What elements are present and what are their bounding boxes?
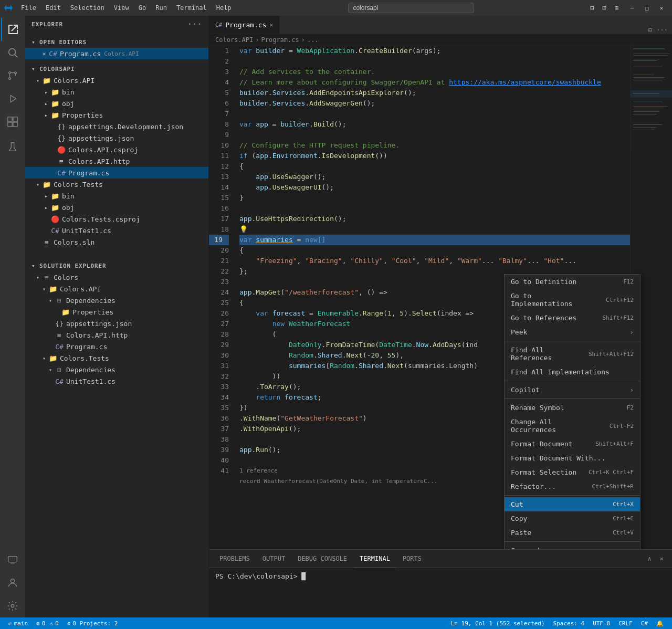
status-eol[interactable]: CRLF [614, 620, 637, 627]
sol-colors-tests[interactable]: ▾ 📁 Colors.Tests [25, 352, 208, 364]
close-icon[interactable]: ✕ [40, 50, 48, 57]
status-projects[interactable]: ⚙ 0 Projects: 2 [63, 617, 122, 629]
menu-file[interactable]: File [17, 3, 40, 13]
remote-activity-icon[interactable] [1, 548, 24, 571]
colors-tests-csproj[interactable]: 🔴 Colors.Tests.csproj [25, 213, 208, 225]
tab-terminal[interactable]: TERMINAL [353, 550, 396, 568]
code-line-2 [239, 56, 630, 67]
colors-sln[interactable]: ≡ Colors.sln [25, 236, 208, 248]
tab-output[interactable]: OUTPUT [256, 550, 291, 568]
ctx-command-palette[interactable]: Command Palette... Ctrl+Shift+P [505, 543, 640, 549]
ctx-goto-definition[interactable]: Go to Definition F12 [505, 275, 640, 289]
properties-folder[interactable]: ▸ 📁 Properties [25, 109, 208, 121]
colors-tests-folder[interactable]: ▾ 📁 Colors.Tests [25, 179, 208, 190]
menu-run[interactable]: Run [151, 3, 171, 13]
more-actions-icon[interactable]: ··· [656, 26, 668, 34]
ctx-find-all-refs[interactable]: Find All References Shift+Alt+F12 [505, 343, 640, 365]
sol-colors-api-http[interactable]: ≡ Colors.API.http [25, 329, 208, 341]
status-encoding[interactable]: UTF-8 [589, 620, 614, 627]
search-input[interactable] [348, 3, 474, 13]
status-spaces[interactable]: Spaces: 4 [549, 620, 589, 627]
breadcrumb-colors-api[interactable]: Colors.API [215, 36, 253, 44]
ctx-rename-symbol[interactable]: Rename Symbol F2 [505, 401, 640, 415]
tab-problems[interactable]: PROBLEMS [213, 550, 256, 568]
menu-edit[interactable]: Edit [41, 3, 65, 13]
tab-debug-console[interactable]: DEBUG CONSOLE [291, 550, 353, 568]
ctx-find-all-impl[interactable]: Find All Implementations [505, 365, 640, 379]
colors-api-csproj[interactable]: 🔴 Colors.API.csproj [25, 144, 208, 155]
colors-api-http[interactable]: ≡ Colors.API.http [25, 155, 208, 167]
settings-activity-icon[interactable] [1, 594, 24, 617]
open-editor-programcs[interactable]: ✕ C# Program.cs Colors.API [25, 48, 208, 59]
split-editor-icon[interactable]: ⊟ [648, 26, 652, 34]
layout-btn2[interactable]: ⊡ [600, 3, 610, 13]
status-position[interactable]: Ln 19, Col 1 (552 selected) [447, 620, 549, 627]
program-cs-file[interactable]: C# Program.cs [25, 167, 208, 179]
open-editors-header[interactable]: ▾ OPEN EDITORS [25, 33, 208, 48]
sol-colors-api[interactable]: ▾ 📁 Colors.API [25, 283, 208, 295]
ctx-format-selection[interactable]: Format Selection Ctrl+K Ctrl+F [505, 465, 640, 479]
terminal-content[interactable]: PS C:\dev\colorsapi> █ [209, 568, 672, 617]
layout-btn1[interactable]: ⊟ [587, 3, 597, 13]
sol-appsettings[interactable]: {} appsettings.json [25, 318, 208, 329]
menu-view[interactable]: View [110, 3, 133, 13]
breadcrumb-program-cs[interactable]: Program.cs [261, 36, 299, 44]
status-remote[interactable]: ⇌ main [4, 617, 32, 629]
colors-api-folder[interactable]: ▾ 📁 Colors.API [25, 75, 208, 86]
status-errors[interactable]: ⊗ 0 ⚠ 0 [32, 617, 63, 629]
appsettings-file[interactable]: {} appsettings.json [25, 132, 208, 144]
ctx-format-document[interactable]: Format Document Shift+Alt+F [505, 437, 640, 451]
code-line-4: // Learn more about configuring Swagger/… [239, 77, 630, 88]
sol-unittest1[interactable]: C# UnitTest1.cs [25, 375, 208, 387]
ctx-copy[interactable]: Copy Ctrl+C [505, 511, 640, 526]
menu-help[interactable]: Help [212, 3, 236, 13]
extensions-activity-icon[interactable] [1, 110, 24, 133]
tab-ports[interactable]: PORTS [396, 550, 428, 568]
tab-program-cs[interactable]: C# Program.cs ✕ [209, 16, 280, 34]
svg-rect-8 [8, 122, 12, 127]
tab-close-button[interactable]: ✕ [270, 22, 274, 28]
close-button[interactable]: ✕ [655, 2, 668, 14]
terminal-maximize-button[interactable]: ✕ [656, 555, 668, 562]
breadcrumb-ellipsis[interactable]: ... [307, 36, 319, 44]
ctx-cut[interactable]: Cut Ctrl+X [505, 497, 640, 511]
ctx-paste[interactable]: Paste Ctrl+V [505, 526, 640, 540]
terminal-close-button[interactable]: ∧ [644, 555, 656, 562]
status-notifications[interactable]: 🔔 [652, 620, 668, 627]
tests-obj-folder[interactable]: ▸ 📁 obj [25, 202, 208, 213]
test-activity-icon[interactable] [1, 135, 24, 159]
sidebar-content: ▾ OPEN EDITORS ✕ C# Program.cs Colors.AP… [25, 33, 208, 617]
sol-dependencies[interactable]: ▾ ⊞ Dependencies [25, 295, 208, 306]
sol-colors[interactable]: ▾ ≡ Colors [25, 271, 208, 283]
search-activity-icon[interactable] [1, 41, 24, 64]
unittest1-file[interactable]: C# UnitTest1.cs [25, 225, 208, 236]
sol-tests-dependencies[interactable]: ▾ ⊞ Dependencies [25, 364, 208, 375]
obj-folder[interactable]: ▸ 📁 obj [25, 98, 208, 109]
layout-btn3[interactable]: ⊞ [612, 3, 622, 13]
sol-program-cs[interactable]: C# Program.cs [25, 341, 208, 352]
menu-go[interactable]: Go [134, 3, 150, 13]
ctx-copilot[interactable]: Copilot › [505, 383, 640, 397]
menu-terminal[interactable]: Terminal [172, 3, 211, 13]
explorer-activity-icon[interactable] [1, 18, 24, 41]
ctx-refactor[interactable]: Refactor... Ctrl+Shift+R [505, 479, 640, 494]
sol-properties[interactable]: 📁 Properties [25, 306, 208, 318]
ctx-goto-implementations[interactable]: Go to Implementations Ctrl+F12 [505, 289, 640, 311]
tests-bin-folder[interactable]: ▸ 📁 bin [25, 190, 208, 202]
ctx-change-all-occurrences[interactable]: Change All Occurrences Ctrl+F2 [505, 415, 640, 437]
git-activity-icon[interactable] [1, 64, 24, 87]
debug-activity-icon[interactable] [1, 87, 24, 110]
account-activity-icon[interactable] [1, 571, 24, 594]
ctx-goto-references[interactable]: Go to References Shift+F12 [505, 311, 640, 325]
ctx-peek[interactable]: Peek › [505, 325, 640, 339]
maximize-button[interactable]: □ [640, 2, 653, 14]
solution-explorer-header[interactable]: ▾ SOLUTION EXPLORER [25, 256, 208, 271]
minimize-button[interactable]: ─ [626, 2, 638, 14]
explorer-menu-btn[interactable]: ··· [187, 20, 202, 28]
status-language[interactable]: C# [637, 620, 652, 627]
menu-selection[interactable]: Selection [66, 3, 109, 13]
ctx-format-document-with[interactable]: Format Document With... [505, 451, 640, 465]
appsettings-dev-file[interactable]: {} appsettings.Development.json [25, 121, 208, 132]
colorsapi-header[interactable]: ▾ COLORSAPI [25, 59, 208, 75]
bin-folder[interactable]: ▸ 📁 bin [25, 86, 208, 98]
